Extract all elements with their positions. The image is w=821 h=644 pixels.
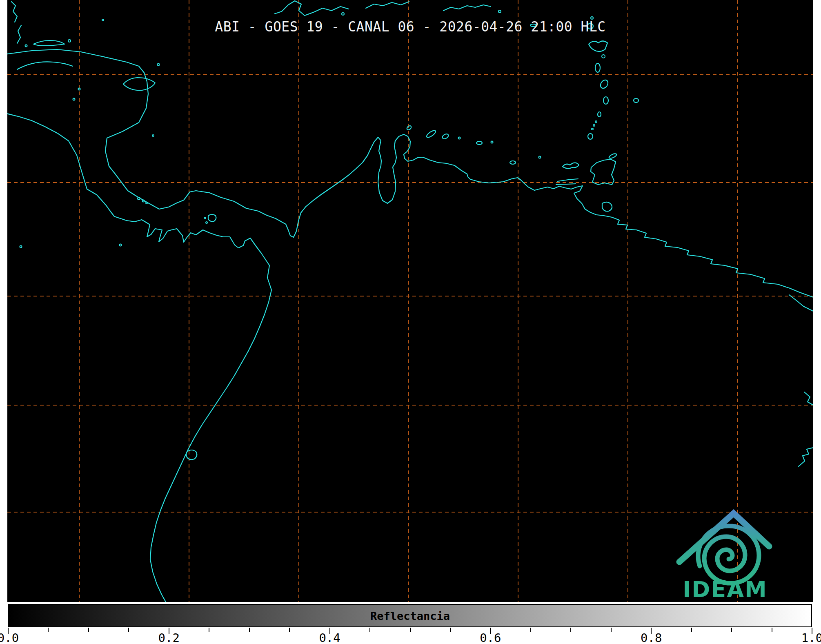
island-dominica <box>595 63 600 72</box>
island-roatan <box>33 40 65 46</box>
coastline-hispaniola-east <box>366 2 409 8</box>
island-grenada <box>588 134 593 139</box>
island-providencia <box>78 88 80 90</box>
colorbar-minor-tick <box>289 628 290 632</box>
islet-bocas-1 <box>138 197 140 200</box>
island-cocos <box>20 246 22 248</box>
colorbar-minor-tick <box>209 628 209 632</box>
colorbar: Reflectancia <box>8 604 812 627</box>
colorbar-minor-tick <box>410 628 411 632</box>
island-grenadines-2 <box>593 125 595 126</box>
colorbar-minor-tick <box>369 628 370 632</box>
coastline-bank-arc <box>17 62 73 69</box>
coastline-caribbean-mainland <box>7 49 813 298</box>
island-los-roques <box>476 141 482 145</box>
island-las-aves <box>458 137 461 139</box>
islet-bocas-2 <box>142 200 145 202</box>
islet-bocas-3 <box>146 202 147 204</box>
island-guanaja <box>68 40 71 42</box>
map-title: ABI - GOES 19 - CANAL 06 - 2026-04-26 21… <box>7 19 813 35</box>
map-svg: IDEAM <box>7 0 813 602</box>
island-trinidad <box>591 159 616 185</box>
island-corn <box>152 135 154 136</box>
island-puna <box>186 450 197 459</box>
island-miskito-cay <box>158 64 160 66</box>
island-vieques <box>498 10 501 13</box>
coastline-river-mouth <box>789 295 813 311</box>
colorbar-minor-tick <box>48 628 49 632</box>
peninsula-paria <box>556 184 576 185</box>
island-guadeloupe <box>589 41 607 52</box>
colorbar-minor-tick <box>691 628 692 632</box>
island-blanquilla <box>539 156 541 158</box>
island-jamaica <box>123 78 155 90</box>
island-st-vincent <box>598 112 601 117</box>
islet-pearl-2 <box>206 222 207 223</box>
island-curacao <box>425 129 436 138</box>
orinoco-delta <box>602 202 612 212</box>
ideam-logo: IDEAM <box>679 513 769 602</box>
coastline-hispaniola-west <box>274 1 349 16</box>
island-pearl <box>208 214 216 221</box>
island-aruba <box>406 125 412 131</box>
colorbar-minor-tick <box>88 628 89 632</box>
island-utila <box>25 45 27 47</box>
island-grenadines-1 <box>595 121 597 123</box>
coastline-right-upper <box>804 392 813 405</box>
colorbar-minor-tick <box>611 628 612 632</box>
island-marie-galante <box>602 55 605 58</box>
colorbar-tick-label: 1.0 <box>801 631 821 644</box>
island-malpelo <box>120 244 122 246</box>
grid-layer <box>7 0 813 602</box>
coastline-right-lower <box>799 446 813 466</box>
peninsula-araya <box>558 179 578 181</box>
island-san-andres <box>73 98 75 100</box>
island-grenadines-3 <box>592 128 593 130</box>
island-bonaire <box>442 133 449 140</box>
island-tobago <box>608 153 617 159</box>
colorbar-ticks <box>0 628 821 636</box>
colorbar-tick-label: 0.0 <box>0 631 19 644</box>
colorbar-label: Reflectancia <box>9 610 811 622</box>
satellite-map: IDEAM ABI - GOES 19 - CANAL 06 - 2026-04… <box>7 0 813 602</box>
colorbar-minor-tick <box>249 628 250 632</box>
colorbar-minor-tick <box>530 628 531 632</box>
colorbar-tick-label: 0.8 <box>641 631 662 644</box>
colorbar-minor-tick <box>731 628 732 632</box>
coastline-pacific-mainland <box>7 113 271 602</box>
colorbar-minor-tick <box>450 628 451 632</box>
island-beata <box>342 13 344 15</box>
island-martinique <box>599 78 610 89</box>
colorbar-minor-tick <box>128 628 129 632</box>
colorbar-tick-label: 0.2 <box>158 631 180 644</box>
island-margarita <box>563 163 579 169</box>
islet-pearl-1 <box>204 217 206 219</box>
island-orchila <box>491 141 493 143</box>
colorbar-minor-tick <box>772 628 772 632</box>
island-barbados <box>634 98 639 103</box>
island-st-lucia <box>603 97 608 104</box>
colorbar-tick-label: 0.6 <box>480 631 501 644</box>
satellite-product-page: IDEAM ABI - GOES 19 - CANAL 06 - 2026-04… <box>0 0 821 644</box>
logo-text: IDEAM <box>683 577 767 602</box>
colorbar-tick-label: 0.4 <box>319 631 340 644</box>
colorbar-minor-tick <box>570 628 571 632</box>
coastline-puerto-rico <box>443 5 491 11</box>
island-tortuga <box>510 161 516 164</box>
